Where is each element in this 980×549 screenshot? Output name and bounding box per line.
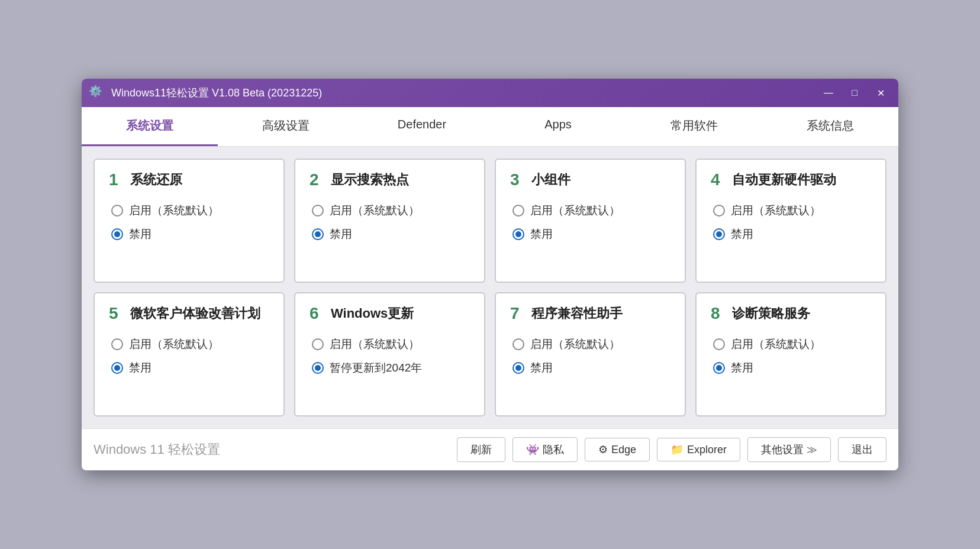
radio-circle-6-1[interactable] (312, 362, 324, 374)
card-title-4: 自动更新硬件驱动 (732, 172, 836, 189)
radio-circle-3-1[interactable] (512, 228, 524, 240)
card-title-2: 显示搜索热点 (331, 172, 409, 189)
card-header-1: 1系统还原 (109, 172, 269, 189)
radio-option-8-1[interactable]: 禁用 (713, 360, 871, 376)
radio-option-5-0[interactable]: 启用（系统默认） (111, 337, 269, 352)
card-number-4: 4 (711, 172, 725, 188)
radio-label-3-1: 禁用 (530, 227, 553, 242)
close-button[interactable]: ✕ (870, 85, 891, 101)
radio-label-2-1: 禁用 (330, 227, 352, 242)
content-grid: 1系统还原启用（系统默认）禁用2显示搜索热点启用（系统默认）禁用3小组件启用（系… (82, 147, 898, 428)
footer-btn-1[interactable]: 👾 隐私 (512, 437, 578, 462)
card-header-4: 4自动更新硬件驱动 (711, 172, 871, 189)
radio-label-8-1: 禁用 (731, 360, 753, 376)
card-number-8: 8 (711, 305, 725, 322)
radio-label-2-0: 启用（系统默认） (330, 203, 420, 218)
radio-label-8-0: 启用（系统默认） (731, 337, 821, 352)
nav-tab-0[interactable]: 系统设置 (82, 107, 218, 146)
radio-label-4-0: 启用（系统默认） (731, 203, 821, 218)
radio-label-1-0: 启用（系统默认） (129, 203, 219, 218)
card-header-8: 8诊断策略服务 (711, 305, 871, 322)
maximize-button[interactable]: □ (844, 85, 865, 101)
main-window: ⚙️ Windows11轻松设置 V1.08 Beta (20231225) —… (82, 79, 898, 470)
radio-circle-7-0[interactable] (512, 338, 524, 350)
card-header-2: 2显示搜索热点 (310, 172, 470, 189)
card-header-6: 6Windows更新 (310, 305, 470, 322)
radio-option-3-0[interactable]: 启用（系统默认） (512, 203, 670, 218)
radio-label-5-0: 启用（系统默认） (129, 337, 219, 352)
card-3: 3小组件启用（系统默认）禁用 (495, 159, 686, 283)
radio-option-5-1[interactable]: 禁用 (111, 360, 269, 376)
card-header-7: 7程序兼容性助手 (510, 305, 670, 322)
footer-brand: Windows 11 轻松设置 (94, 441, 220, 458)
app-icon: ⚙️ (89, 85, 105, 101)
radio-option-7-1[interactable]: 禁用 (512, 360, 670, 376)
radio-option-6-0[interactable]: 启用（系统默认） (312, 337, 470, 352)
nav-tab-2[interactable]: Defender (354, 107, 490, 146)
nav-bar: 系统设置高级设置DefenderApps常用软件系统信息 (82, 107, 898, 147)
radio-label-4-1: 禁用 (731, 227, 753, 242)
radio-option-1-0[interactable]: 启用（系统默认） (111, 203, 269, 218)
radio-circle-8-0[interactable] (713, 338, 725, 350)
card-header-3: 3小组件 (510, 172, 670, 189)
footer-btn-0[interactable]: 刷新 (457, 437, 505, 462)
radio-circle-5-0[interactable] (111, 338, 123, 350)
radio-option-4-1[interactable]: 禁用 (713, 227, 871, 242)
card-number-5: 5 (109, 305, 123, 322)
nav-tab-5[interactable]: 系统信息 (762, 107, 898, 146)
card-2: 2显示搜索热点启用（系统默认）禁用 (294, 159, 485, 283)
card-title-8: 诊断策略服务 (732, 305, 810, 322)
footer-btn-4[interactable]: 其他设置 ≫ (747, 437, 831, 462)
radio-option-8-0[interactable]: 启用（系统默认） (713, 337, 871, 352)
radio-circle-1-0[interactable] (111, 205, 123, 217)
card-options-2: 启用（系统默认）禁用 (310, 203, 470, 242)
card-number-6: 6 (310, 305, 324, 322)
card-6: 6Windows更新启用（系统默认）暂停更新到2042年 (294, 292, 485, 416)
card-8: 8诊断策略服务启用（系统默认）禁用 (695, 292, 886, 416)
radio-option-6-1[interactable]: 暂停更新到2042年 (312, 360, 470, 376)
radio-option-2-1[interactable]: 禁用 (312, 227, 470, 242)
radio-circle-2-1[interactable] (312, 228, 324, 240)
card-options-4: 启用（系统默认）禁用 (711, 203, 871, 242)
radio-option-7-0[interactable]: 启用（系统默认） (512, 337, 670, 352)
radio-circle-6-0[interactable] (312, 338, 324, 350)
radio-circle-7-1[interactable] (512, 362, 524, 374)
radio-label-3-0: 启用（系统默认） (530, 203, 620, 218)
radio-circle-2-0[interactable] (312, 205, 324, 217)
card-options-3: 启用（系统默认）禁用 (510, 203, 670, 242)
nav-tab-3[interactable]: Apps (490, 107, 626, 146)
card-number-2: 2 (310, 172, 324, 188)
footer-btn-5[interactable]: 退出 (838, 437, 886, 462)
radio-circle-4-0[interactable] (713, 205, 725, 217)
card-title-1: 系统还原 (130, 172, 182, 189)
minimize-button[interactable]: — (818, 85, 839, 101)
footer-btn-2[interactable]: ⚙ Edge (585, 438, 650, 461)
footer-btn-3[interactable]: 📁 Explorer (657, 438, 740, 461)
footer: Windows 11 轻松设置 刷新👾 隐私⚙ Edge📁 Explorer其他… (82, 428, 898, 470)
card-1: 1系统还原启用（系统默认）禁用 (94, 159, 285, 283)
title-bar-controls: — □ ✕ (818, 85, 891, 101)
card-5: 5微软客户体验改善计划启用（系统默认）禁用 (94, 292, 285, 416)
radio-circle-1-1[interactable] (111, 228, 123, 240)
radio-circle-5-1[interactable] (111, 362, 123, 374)
nav-tab-1[interactable]: 高级设置 (218, 107, 354, 146)
card-options-7: 启用（系统默认）禁用 (510, 337, 670, 376)
radio-circle-4-1[interactable] (713, 228, 725, 240)
card-options-5: 启用（系统默认）禁用 (109, 337, 269, 376)
title-bar-left: ⚙️ Windows11轻松设置 V1.08 Beta (20231225) (89, 85, 322, 101)
card-title-3: 小组件 (531, 172, 570, 189)
radio-circle-3-0[interactable] (512, 205, 524, 217)
radio-label-6-1: 暂停更新到2042年 (330, 360, 422, 376)
radio-label-7-1: 禁用 (530, 360, 553, 376)
radio-label-7-0: 启用（系统默认） (530, 337, 620, 352)
card-7: 7程序兼容性助手启用（系统默认）禁用 (495, 292, 686, 416)
radio-option-3-1[interactable]: 禁用 (512, 227, 670, 242)
radio-circle-8-1[interactable] (713, 362, 725, 374)
card-title-7: 程序兼容性助手 (531, 305, 623, 322)
radio-option-4-0[interactable]: 启用（系统默认） (713, 203, 871, 218)
radio-option-2-0[interactable]: 启用（系统默认） (312, 203, 470, 218)
card-header-5: 5微软客户体验改善计划 (109, 305, 269, 322)
radio-option-1-1[interactable]: 禁用 (111, 227, 269, 242)
card-number-1: 1 (109, 172, 123, 188)
nav-tab-4[interactable]: 常用软件 (626, 107, 762, 146)
